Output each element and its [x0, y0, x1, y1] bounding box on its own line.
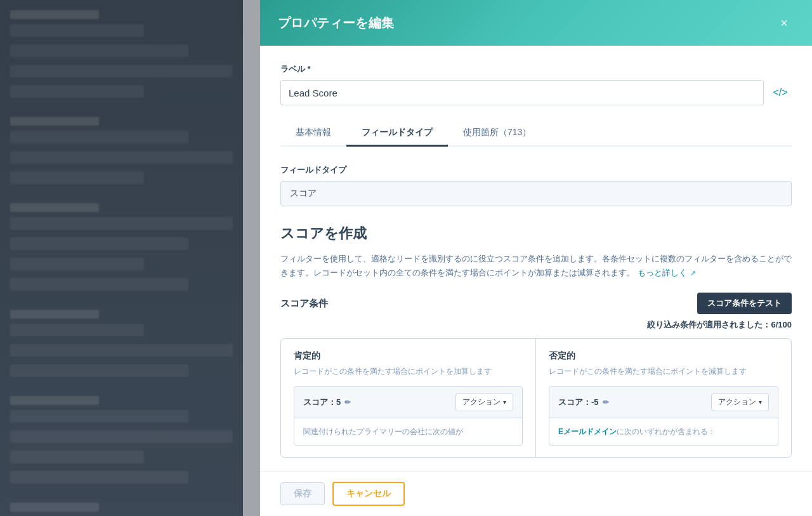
- negative-condition-link[interactable]: Eメールドメイン: [558, 427, 617, 436]
- positive-card-description: レコードがこの条件を満たす場合にポイントを加算します: [294, 366, 523, 377]
- positive-action-button[interactable]: アクション ▾: [455, 393, 513, 411]
- score-cards-container: 肯定的 レコードがこの条件を満たす場合にポイントを加算します スコア：5 ✏ ア…: [280, 338, 792, 458]
- positive-score-edit-icon[interactable]: ✏: [344, 398, 351, 407]
- negative-caret-icon: ▾: [759, 399, 762, 406]
- filter-applied-text: 絞り込み条件が適用されました：6/100: [280, 319, 792, 331]
- tab-usage[interactable]: 使用箇所（713）: [448, 121, 546, 147]
- modal-footer: 保存 キャンセル: [260, 471, 812, 516]
- save-button[interactable]: 保存: [280, 482, 325, 505]
- modal-header: プロパティーを編集 ×: [260, 0, 812, 46]
- test-score-conditions-button[interactable]: スコア条件をテスト: [697, 293, 792, 314]
- score-conditions-header: スコア条件 スコア条件をテスト: [280, 293, 792, 314]
- positive-score-value: スコア：5 ✏: [303, 397, 351, 408]
- negative-score-item-body: Eメールドメインに次のいずれかが含まれる：: [549, 418, 778, 445]
- negative-score-item-header: スコア：-5 ✏ アクション ▾: [549, 387, 778, 418]
- positive-caret-icon: ▾: [503, 399, 506, 406]
- label-field-label: ラベル *: [280, 63, 792, 75]
- score-heading: スコアを作成: [280, 224, 792, 243]
- negative-card-title: 否定的: [549, 350, 778, 362]
- modal-panel: プロパティーを編集 × ラベル * </> 基本情報 フィールドタイプ 使用箇所…: [260, 0, 812, 516]
- negative-score-edit-icon[interactable]: ✏: [603, 398, 609, 407]
- positive-score-item-header: スコア：5 ✏ アクション ▾: [294, 387, 522, 418]
- external-link-icon: ↗: [690, 267, 696, 279]
- field-type-display: スコア: [280, 181, 792, 206]
- positive-condition-text: 関連付けられたプライマリーの会社に次の値が: [303, 426, 513, 437]
- negative-condition-text: Eメールドメインに次のいずれかが含まれる：: [558, 426, 769, 437]
- label-input[interactable]: [280, 80, 764, 105]
- tab-field-type[interactable]: フィールドタイプ: [346, 121, 448, 147]
- negative-score-item: スコア：-5 ✏ アクション ▾ Eメールドメインに次のいずれかが含まれる：: [549, 386, 778, 446]
- negative-score-card: 否定的 レコードがこの条件を満たす場合にポイントを減算します スコア：-5 ✏ …: [536, 339, 791, 457]
- label-input-row: </>: [280, 80, 792, 105]
- negative-score-value: スコア：-5 ✏: [558, 397, 609, 408]
- field-type-section-label: フィールドタイプ: [280, 164, 792, 176]
- modal-close-button[interactable]: ×: [774, 13, 794, 33]
- negative-action-button[interactable]: アクション ▾: [711, 393, 769, 411]
- modal-body: ラベル * </> 基本情報 フィールドタイプ 使用箇所（713） フィールドタ…: [260, 46, 812, 471]
- tab-basic[interactable]: 基本情報: [280, 121, 346, 147]
- tabs-container: 基本情報 フィールドタイプ 使用箇所（713）: [280, 121, 792, 147]
- positive-score-card: 肯定的 レコードがこの条件を満たす場合にポイントを加算します スコア：5 ✏ ア…: [281, 339, 536, 457]
- score-conditions-title: スコア条件: [280, 298, 328, 310]
- more-link[interactable]: もっと詳しく ↗: [638, 268, 697, 277]
- cancel-button[interactable]: キャンセル: [332, 482, 405, 506]
- positive-card-title: 肯定的: [294, 350, 523, 362]
- positive-score-item: スコア：5 ✏ アクション ▾ 関連付けられたプライマリーの会社に次の値が: [294, 386, 523, 446]
- score-description: フィルターを使用して、適格なリードを識別するのに役立つスコア条件を追加します。各…: [280, 252, 792, 280]
- positive-score-item-body: 関連付けられたプライマリーの会社に次の値が: [294, 418, 522, 445]
- code-icon-button[interactable]: </>: [769, 81, 792, 104]
- modal-title: プロパティーを編集: [278, 15, 395, 32]
- negative-card-description: レコードがこの条件を満たす場合にポイントを減算します: [549, 366, 778, 377]
